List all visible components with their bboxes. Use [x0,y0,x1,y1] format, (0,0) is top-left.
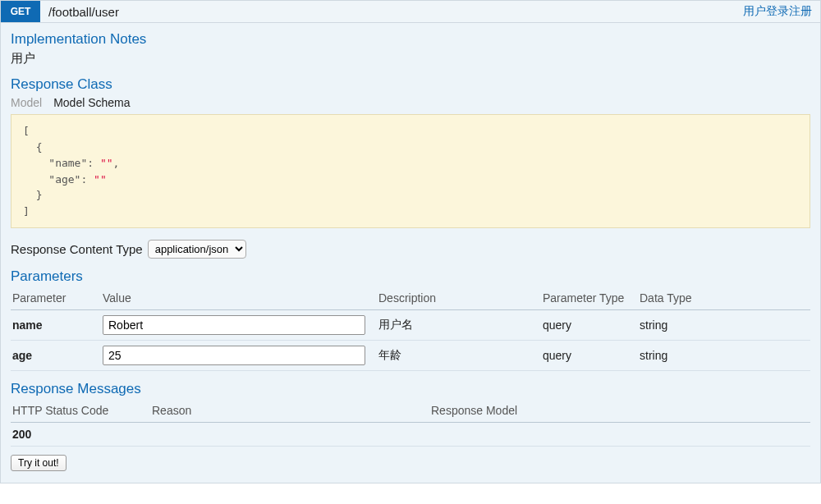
parameter-input-age[interactable] [103,346,365,365]
operation-header[interactable]: GET /football/user 用户登录注册 [0,0,821,23]
api-path: /football/user [40,5,743,19]
response-content-type-row: Response Content Type application/json [11,240,810,259]
try-it-out-button[interactable]: Try it out! [11,455,67,471]
model-schema-box[interactable]: [ { "name": "", "age": "" } ] [11,114,810,228]
parameter-description: 年龄 [377,341,541,371]
parameters-title: Parameters [11,268,810,285]
response-reason [150,423,429,447]
response-row: 200 [11,423,810,447]
parameter-datatype: string [638,341,810,371]
response-content-type-label: Response Content Type [11,242,143,256]
response-code: 200 [11,423,150,447]
implementation-notes-text: 用户 [11,51,810,66]
tab-model-schema[interactable]: Model Schema [53,96,130,109]
parameter-datatype: string [638,310,810,341]
parameter-description: 用户名 [377,310,541,341]
response-class-title: Response Class [11,76,810,93]
api-summary: 用户登录注册 [743,4,820,19]
response-messages-table: HTTP Status Code Reason Response Model 2… [11,401,810,447]
parameters-header-description: Description [377,288,541,310]
response-header-model: Response Model [429,401,810,423]
parameters-header-value: Value [101,288,377,310]
parameters-header-parameter: Parameter [11,288,101,310]
parameters-table: Parameter Value Description Parameter Ty… [11,288,810,371]
response-model [429,423,810,447]
response-header-code: HTTP Status Code [11,401,150,423]
operation-content: Implementation Notes 用户 Response Class M… [0,23,821,483]
response-class-tabs: Model Model Schema [11,96,810,109]
parameter-input-name[interactable] [103,315,365,335]
response-content-type-select[interactable]: application/json [148,240,246,259]
response-messages-title: Response Messages [11,381,810,397]
implementation-notes-title: Implementation Notes [11,31,810,48]
parameters-header-paramtype: Parameter Type [541,288,638,310]
tab-model[interactable]: Model [11,96,42,109]
parameter-type: query [541,310,638,341]
response-header-reason: Reason [150,401,429,423]
parameter-row: name 用户名 query string [11,310,810,341]
parameter-name: name [11,310,101,341]
parameter-type: query [541,341,638,371]
parameter-name: age [11,341,101,371]
parameter-row: age 年龄 query string [11,341,810,371]
http-method-badge: GET [1,1,40,22]
parameters-header-datatype: Data Type [638,288,810,310]
